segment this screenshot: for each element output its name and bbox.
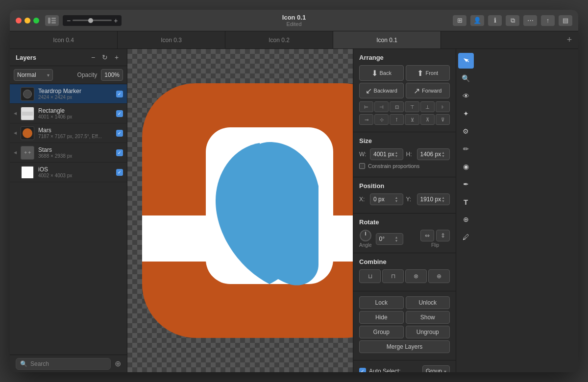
- combine-intersect-button[interactable]: ⊗: [405, 269, 427, 283]
- hide-button[interactable]: Hide: [359, 311, 404, 324]
- layer-item[interactable]: iOS 4002 × 4003 px: [10, 163, 127, 182]
- distribute-button6[interactable]: ⊽: [436, 114, 450, 125]
- tab-icon03[interactable]: Icon 0.3: [118, 31, 225, 48]
- lock-button[interactable]: Lock: [359, 296, 404, 309]
- auto-select-dropdown[interactable]: Group ▾: [422, 365, 450, 372]
- person-icon[interactable]: 👤: [470, 15, 484, 26]
- layer-view-icon[interactable]: ⊞: [453, 15, 466, 26]
- zoom-control[interactable]: − +: [63, 15, 122, 26]
- maximize-button[interactable]: [33, 18, 39, 24]
- x-field[interactable]: 0 px ▲ ▼: [370, 193, 403, 205]
- merge-layers-button[interactable]: Merge Layers: [359, 340, 450, 353]
- tab-icon01[interactable]: Icon 0.1: [333, 31, 441, 48]
- minimize-button[interactable]: [24, 18, 30, 24]
- layer-visibility-checkbox[interactable]: [116, 149, 123, 156]
- align-top-button[interactable]: ⊤: [405, 101, 419, 112]
- combine-union-button[interactable]: ⊔: [359, 269, 381, 283]
- width-field[interactable]: 4001 px ▲ ▼: [370, 148, 403, 160]
- distribute-button3[interactable]: ⊺: [390, 114, 404, 125]
- height-field[interactable]: 1406 px ▲ ▼: [417, 148, 450, 160]
- distribute-v-button[interactable]: ⊹: [374, 114, 389, 125]
- align-left-button[interactable]: ⊢: [359, 101, 373, 112]
- stepper-up-icon[interactable]: ▲: [441, 151, 446, 154]
- stepper-up-icon[interactable]: ▲: [441, 196, 446, 199]
- align-bottom-button[interactable]: ⊦: [436, 101, 450, 112]
- zoom-plus-icon[interactable]: +: [114, 17, 118, 24]
- brush-tool-button[interactable]: ✏: [458, 141, 474, 157]
- y-stepper[interactable]: ▲ ▼: [441, 196, 446, 203]
- text-tool-button[interactable]: T: [458, 194, 474, 210]
- refresh-button[interactable]: ↻: [100, 53, 109, 62]
- ungroup-button[interactable]: Ungroup: [406, 326, 450, 338]
- layer-item[interactable]: Teardrop Marker 2424 × 2424 px: [10, 84, 127, 104]
- distribute-button5[interactable]: ⊼: [420, 114, 435, 125]
- stepper-down-icon[interactable]: ▼: [441, 154, 446, 158]
- panel-toggle-icon[interactable]: ▤: [559, 15, 572, 26]
- stepper-up-icon[interactable]: ▲: [395, 151, 400, 154]
- blend-mode-select[interactable]: Normal ▾: [14, 69, 53, 81]
- eye2-tool-button[interactable]: ◉: [458, 159, 474, 174]
- layer-item[interactable]: ◀ ✦✦ Stars 3688 × 2938 px: [10, 143, 127, 163]
- front-button[interactable]: ⬆ Front: [406, 65, 450, 81]
- layer-visibility-checkbox[interactable]: [116, 110, 123, 117]
- stepper-down-icon[interactable]: ▼: [395, 239, 400, 242]
- more-icon[interactable]: ⋯: [523, 15, 537, 26]
- zoom-slider[interactable]: [73, 20, 112, 21]
- star-tool-button[interactable]: ✦: [458, 106, 474, 121]
- height-stepper[interactable]: ▲ ▼: [441, 151, 446, 158]
- width-stepper[interactable]: ▲ ▼: [395, 151, 400, 158]
- dropper-tool-button[interactable]: 🖊: [458, 229, 474, 245]
- info-icon[interactable]: ℹ: [488, 15, 502, 26]
- layer-expand-icon[interactable]: ◀: [14, 131, 21, 135]
- group-button[interactable]: Group: [359, 326, 404, 338]
- combine-difference-button[interactable]: ⊕: [428, 269, 450, 283]
- combine-subtract-button[interactable]: ⊓: [382, 269, 404, 283]
- tab-icon02[interactable]: Icon 0.2: [225, 31, 333, 48]
- zoom2-tool-button[interactable]: ⊕: [458, 212, 474, 227]
- eye-tool-button[interactable]: 👁: [458, 88, 474, 104]
- tab-add-button[interactable]: +: [561, 31, 578, 48]
- opacity-field[interactable]: 100%: [101, 69, 123, 81]
- stepper-up-icon[interactable]: ▲: [395, 236, 400, 239]
- align-right-button[interactable]: ⊡: [390, 101, 404, 112]
- rotate-dial[interactable]: [360, 230, 371, 241]
- layer-visibility-checkbox[interactable]: [116, 130, 123, 137]
- constrain-checkbox[interactable]: [359, 163, 365, 169]
- zoom-tool-button[interactable]: 🔍: [458, 71, 474, 86]
- align-middle-v-button[interactable]: ⊥: [420, 101, 435, 112]
- align-center-h-button[interactable]: ⊣: [374, 101, 389, 112]
- export-icon[interactable]: ↑: [541, 15, 555, 26]
- angle-field[interactable]: 0° ▲ ▼: [376, 233, 403, 245]
- stepper-down-icon[interactable]: ▼: [395, 199, 400, 203]
- y-field[interactable]: 1910 px ▲ ▼: [417, 193, 450, 205]
- layer-visibility-checkbox[interactable]: [116, 169, 123, 176]
- distribute-h-button[interactable]: ⊸: [359, 114, 373, 125]
- search-box[interactable]: 🔍 Search: [16, 358, 111, 370]
- flip-vertical-button[interactable]: ⇕: [436, 230, 450, 241]
- add-layer-button[interactable]: +: [112, 53, 121, 62]
- add-layer-button[interactable]: ⊕: [115, 359, 121, 368]
- angle-stepper[interactable]: ▲ ▼: [395, 236, 400, 242]
- unlock-button[interactable]: Unlock: [406, 296, 450, 309]
- x-stepper[interactable]: ▲ ▼: [395, 196, 400, 203]
- search-input[interactable]: Search: [30, 360, 106, 367]
- close-button[interactable]: [16, 18, 22, 24]
- stepper-down-icon[interactable]: ▼: [441, 199, 446, 203]
- select-tool-button[interactable]: [458, 53, 474, 69]
- layer-visibility-checkbox[interactable]: [116, 91, 123, 97]
- layer-expand-icon[interactable]: ◀: [14, 150, 21, 155]
- distribute-button4[interactable]: ⊻: [405, 114, 419, 125]
- layer-item[interactable]: ◀ Rectangle 4001 × 1406 px: [10, 104, 127, 123]
- pencil-tool-button[interactable]: ✒: [458, 176, 474, 192]
- tab-icon04[interactable]: Icon 0.4: [10, 31, 118, 48]
- stepper-up-icon[interactable]: ▲: [395, 196, 400, 199]
- auto-select-checkbox[interactable]: [359, 368, 366, 372]
- layer-expand-icon[interactable]: ◀: [14, 111, 21, 116]
- zoom-minus-icon[interactable]: −: [67, 17, 71, 24]
- flip-horizontal-button[interactable]: ⇔: [420, 230, 434, 241]
- canvas-area[interactable]: [127, 49, 353, 372]
- back-button[interactable]: ⬇ Back: [359, 65, 404, 81]
- sidebar-toggle-button[interactable]: [45, 15, 59, 26]
- stepper-down-icon[interactable]: ▼: [395, 154, 400, 158]
- show-button[interactable]: Show: [406, 311, 450, 324]
